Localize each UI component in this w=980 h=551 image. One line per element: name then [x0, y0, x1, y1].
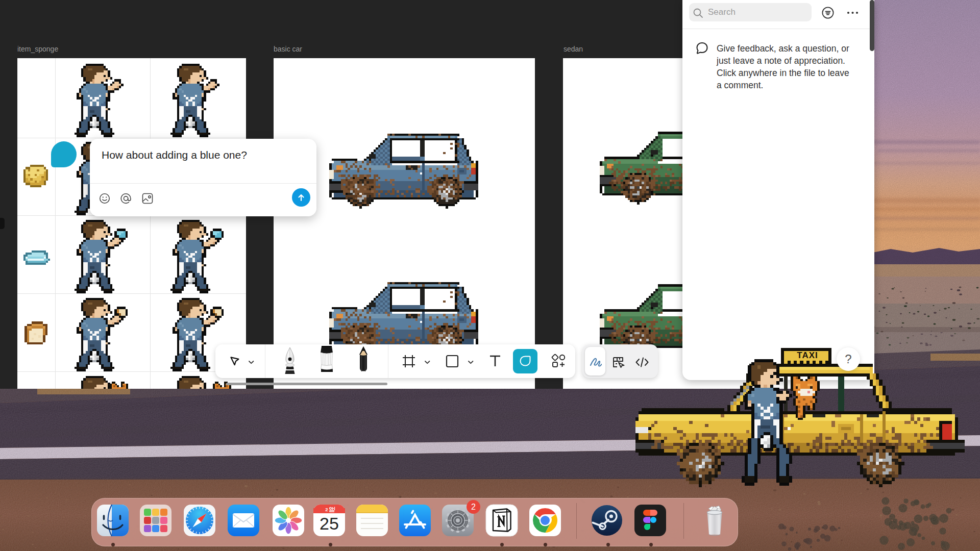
svg-text:2: 2: [325, 507, 328, 512]
svg-text:25: 25: [320, 514, 339, 533]
